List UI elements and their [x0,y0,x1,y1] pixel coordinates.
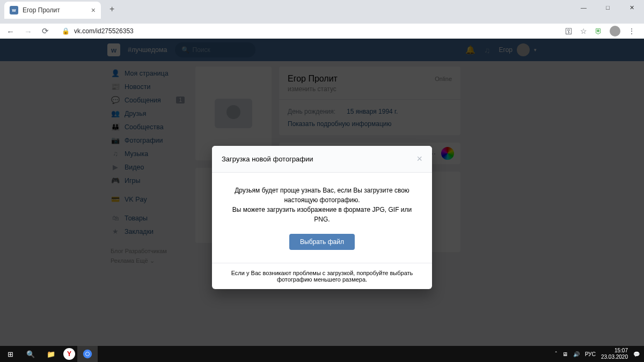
window-minimize[interactable]: — [572,0,596,15]
modal-title: Загрузка новой фотографии [222,155,313,163]
chrome-taskbar-icon[interactable] [77,346,98,362]
window-close[interactable]: ✕ [620,0,644,15]
modal-text-1: Друзьям будет проще узнать Вас, если Вы … [227,186,417,205]
vk-page: w #лучшедома 🔍 Поиск 🔔 ♫ Егор ▾ 👤Моя стр… [0,39,644,346]
tab-title: Егор Пролит [23,6,60,14]
browser-tab[interactable]: w Егор Пролит × [4,2,101,19]
window-maximize[interactable]: □ [596,0,620,15]
lock-icon: 🔒 [62,27,70,35]
tray-notifications-icon[interactable]: 💬 [633,351,640,357]
shield-icon[interactable]: ⛨ [595,27,602,35]
explorer-icon[interactable]: 📁 [41,346,61,362]
upload-photo-modal: Загрузка новой фотографии × Друзьям буде… [212,146,432,289]
windows-taskbar: ⊞ 🔍 📁 Y ˆ 🖥 🔊 РУС 15:07 23.03.2020 💬 [0,346,644,362]
profile-avatar-icon[interactable] [610,26,620,36]
address-bar: ← → ⟳ 🔒 vk.com/id275526353 ⚿ ☆ ⛨ ⋮ [0,24,644,39]
url-text: vk.com/id275526353 [74,27,134,35]
new-tab-button[interactable]: + [105,2,119,16]
tray-volume-icon[interactable]: 🔊 [573,351,580,357]
modal-close-button[interactable]: × [416,153,422,165]
key-icon[interactable]: ⚿ [565,27,573,35]
choose-file-button[interactable]: Выбрать файл [289,234,355,250]
chrome-titlebar: — □ ✕ w Егор Пролит × + [0,0,644,24]
bookmark-icon[interactable]: ☆ [580,27,587,35]
vk-favicon: w [10,6,18,14]
reload-button[interactable]: ⟳ [40,24,51,38]
forward-button[interactable]: → [22,25,34,38]
tray-clock[interactable]: 15:07 23.03.2020 [601,348,628,360]
menu-icon[interactable]: ⋮ [628,27,635,35]
search-taskbar-icon[interactable]: 🔍 [20,346,41,362]
tray-lang[interactable]: РУС [585,351,596,357]
url-field[interactable]: 🔒 vk.com/id275526353 [56,27,560,35]
yandex-icon[interactable]: Y [63,348,75,360]
modal-footer-text: Если у Вас возникают проблемы с загрузко… [212,263,432,289]
svg-point-2 [86,352,89,356]
start-button[interactable]: ⊞ [0,346,20,362]
back-button[interactable]: ← [4,25,17,38]
tray-up-icon[interactable]: ˆ [555,351,557,357]
modal-text-2: Вы можете загрузить изображение в формат… [227,205,417,224]
tray-monitor-icon[interactable]: 🖥 [562,351,568,357]
tab-close-icon[interactable]: × [91,6,96,14]
